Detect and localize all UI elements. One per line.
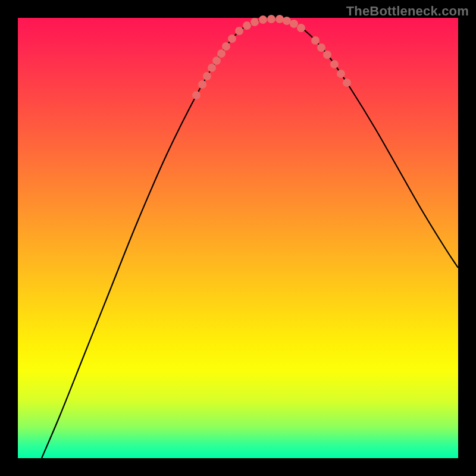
curve-marker bbox=[330, 60, 339, 68]
curve-marker bbox=[259, 15, 267, 24]
watermark-label: TheBottleneck.com bbox=[346, 4, 469, 19]
curve-marker bbox=[208, 64, 216, 72]
curve-marker bbox=[323, 51, 331, 59]
curve-svg bbox=[18, 18, 458, 458]
curve-marker bbox=[217, 49, 226, 58]
curve-marker bbox=[311, 36, 320, 45]
curve-marker bbox=[222, 42, 230, 51]
curve-marker bbox=[198, 80, 206, 89]
curve-marker bbox=[267, 15, 275, 23]
curve-marker bbox=[343, 79, 351, 87]
curve-marker bbox=[337, 70, 345, 78]
curve-marker bbox=[235, 27, 243, 35]
curve-marker bbox=[283, 17, 291, 25]
curve-marker bbox=[203, 72, 211, 80]
curve-marker bbox=[192, 91, 201, 99]
bottleneck-curve bbox=[42, 18, 458, 458]
curve-marker bbox=[250, 18, 259, 26]
curve-marker bbox=[243, 21, 251, 30]
curve-marker bbox=[317, 43, 325, 52]
curve-marker bbox=[290, 20, 298, 28]
curve-marker bbox=[297, 24, 305, 32]
curve-marker bbox=[275, 15, 284, 23]
curve-marker bbox=[212, 57, 221, 65]
curve-marker bbox=[228, 35, 236, 43]
curve-markers bbox=[192, 15, 351, 99]
